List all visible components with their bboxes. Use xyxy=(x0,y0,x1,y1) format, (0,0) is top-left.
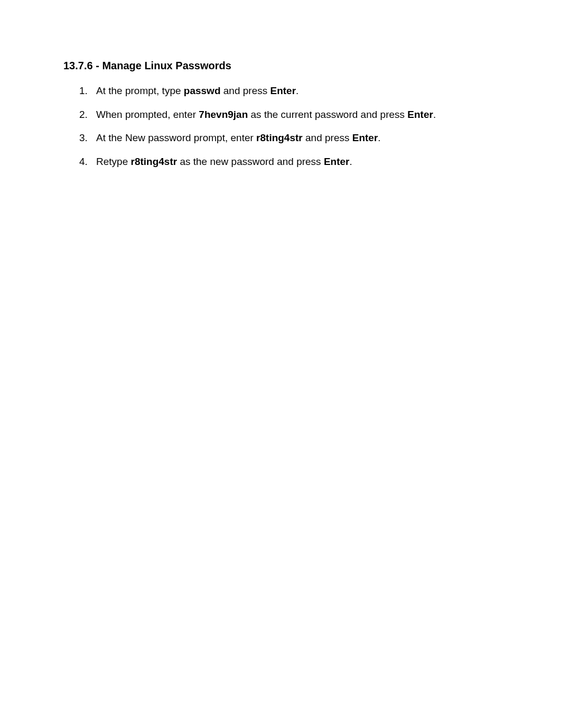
step-item: 3. At the New password prompt, enter r8t… xyxy=(79,131,498,146)
bold-text: r8ting4str xyxy=(130,156,177,167)
plain-text: . xyxy=(296,85,298,96)
step-item: 2. When prompted, enter 7hevn9jan as the… xyxy=(79,107,498,123)
step-number: 2. xyxy=(79,107,96,123)
plain-text: . xyxy=(378,132,380,143)
step-number: 4. xyxy=(79,154,96,170)
plain-text: At the prompt, type xyxy=(96,85,184,96)
plain-text: When prompted, enter xyxy=(96,109,199,120)
bold-text: Enter xyxy=(270,85,296,96)
plain-text: At the New password prompt, enter xyxy=(96,132,256,143)
step-item: 4. Retype r8ting4str as the new password… xyxy=(79,154,498,170)
bold-text: 7hevn9jan xyxy=(199,109,248,120)
plain-text: and press xyxy=(221,85,270,96)
plain-text: as the current password and press xyxy=(248,109,407,120)
bold-text: r8ting4str xyxy=(256,132,303,143)
plain-text: as the new password and press xyxy=(177,156,324,167)
plain-text: . xyxy=(433,109,436,120)
step-text: At the prompt, type passwd and press Ent… xyxy=(96,84,498,99)
step-number: 3. xyxy=(79,131,96,146)
step-text: When prompted, enter 7hevn9jan as the cu… xyxy=(96,107,498,123)
bold-text: Enter xyxy=(324,156,350,167)
step-item: 1. At the prompt, type passwd and press … xyxy=(79,84,498,99)
plain-text: and press xyxy=(303,132,352,143)
bold-text: passwd xyxy=(184,85,221,96)
plain-text: Retype xyxy=(96,156,130,167)
document-heading: 13.7.6 - Manage Linux Passwords xyxy=(63,58,498,73)
steps-list: 1. At the prompt, type passwd and press … xyxy=(63,84,498,169)
step-number: 1. xyxy=(79,84,96,99)
step-text: At the New password prompt, enter r8ting… xyxy=(96,131,498,146)
plain-text: . xyxy=(349,156,352,167)
bold-text: Enter xyxy=(407,109,433,120)
bold-text: Enter xyxy=(352,132,378,143)
step-text: Retype r8ting4str as the new password an… xyxy=(96,154,498,170)
